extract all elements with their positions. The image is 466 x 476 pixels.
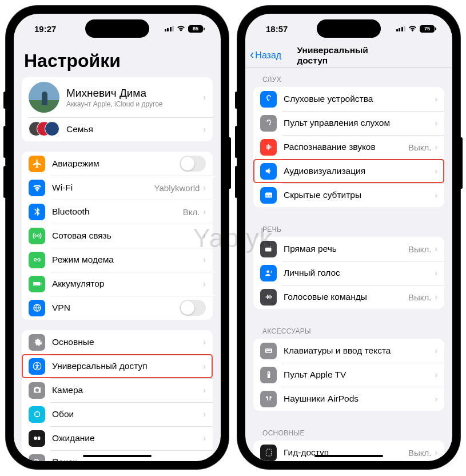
row-label: Личный голос xyxy=(284,268,435,278)
airpods-icon xyxy=(260,391,277,407)
row-label: Поиск xyxy=(52,457,203,461)
cellular-icon xyxy=(29,228,45,244)
svg-rect-21 xyxy=(266,351,271,352)
svg-point-23 xyxy=(268,372,269,374)
row-value: Выкл. xyxy=(408,448,431,458)
camera-icon xyxy=(29,382,45,399)
row-label: Голосовые команды xyxy=(284,292,408,302)
voice-commands-row[interactable]: Голосовые команды Выкл. › xyxy=(253,285,444,309)
row-value: Вкл. xyxy=(183,207,200,217)
accessibility-icon xyxy=(29,358,45,375)
svg-rect-12 xyxy=(266,196,268,197)
row-label: Аккумулятор xyxy=(52,279,203,289)
wifi-icon xyxy=(408,25,417,33)
keyboard-icon xyxy=(260,343,277,359)
svg-rect-24 xyxy=(266,449,271,456)
subtitles-row[interactable]: Скрытые субтитры › xyxy=(253,183,444,207)
phone-side-button xyxy=(3,166,6,198)
chevron-icon: › xyxy=(435,142,437,152)
row-label: Авиарежим xyxy=(52,158,180,169)
airpods-row[interactable]: Наушники AirPods › xyxy=(253,387,444,411)
accessibility-row[interactable]: Универсальный доступ › xyxy=(22,354,213,378)
personal-voice-row[interactable]: Личный голос › xyxy=(253,261,444,285)
keyboards-row[interactable]: Клавиатуры и ввод текста › xyxy=(253,339,444,363)
svg-rect-19 xyxy=(269,350,270,351)
battery-row[interactable]: Аккумулятор › xyxy=(22,272,213,296)
signal-icon xyxy=(165,26,174,31)
row-label: Основные xyxy=(52,337,203,347)
row-label: Пульт управления слухом xyxy=(284,118,435,128)
row-value: Yablykworld xyxy=(154,183,200,193)
home-indicator[interactable] xyxy=(314,455,383,457)
chevron-icon: › xyxy=(203,231,206,240)
chevron-icon: › xyxy=(435,118,437,128)
guided-access-row[interactable]: Гид-доступ Выкл. › xyxy=(253,441,444,461)
family-row[interactable]: Семья › xyxy=(22,117,213,141)
bluetooth-row[interactable]: Bluetooth Вкл. › xyxy=(22,200,213,224)
live-speech-row[interactable]: Прямая речь Выкл. › xyxy=(253,237,444,261)
camera-row[interactable]: Камера › xyxy=(22,378,213,402)
svg-rect-20 xyxy=(270,350,271,351)
row-value: Выкл. xyxy=(408,142,431,152)
phone-side-button xyxy=(235,166,238,198)
svg-point-15 xyxy=(266,271,269,273)
row-label: Режим модема xyxy=(52,255,203,265)
chevron-left-icon: ‹ xyxy=(250,47,254,62)
svg-rect-18 xyxy=(267,350,268,351)
back-button[interactable]: ‹ Назад xyxy=(250,49,281,62)
chevron-icon: › xyxy=(435,166,437,176)
dynamic-island xyxy=(85,19,149,38)
audio-visual-row[interactable]: Аудиовизуализация › xyxy=(253,159,444,183)
hearing-devices-row[interactable]: Слуховые устройства › xyxy=(253,87,444,111)
svg-rect-16 xyxy=(265,348,272,353)
wallpaper-row[interactable]: Обои › xyxy=(22,402,213,426)
cellular-row[interactable]: Сотовая связь › xyxy=(22,224,213,248)
chevron-icon: › xyxy=(203,362,206,371)
profile-subtitle: Аккаунт Apple, iCloud и другое xyxy=(66,100,203,108)
airplane-toggle[interactable] xyxy=(180,156,206,172)
row-label: Слуховые устройства xyxy=(284,94,435,104)
row-label: Наушники AirPods xyxy=(284,394,435,404)
vpn-icon xyxy=(29,300,45,316)
profile-row[interactable]: Михневич Дима Аккаунт Apple, iCloud и др… xyxy=(22,77,213,117)
phone-right: 18:57 75 ‹ Назад Универсальный доступ xyxy=(237,6,460,469)
speaker-icon xyxy=(260,163,277,180)
svg-point-5 xyxy=(39,414,40,415)
chevron-icon: › xyxy=(435,394,437,403)
hearing-control-row[interactable]: Пульт управления слухом › xyxy=(253,111,444,135)
row-value: Выкл. xyxy=(408,292,431,302)
hotspot-row[interactable]: Режим модема › xyxy=(22,248,213,272)
row-label: Прямая речь xyxy=(284,244,408,254)
wifi-row[interactable]: Wi-Fi Yablykworld › xyxy=(22,176,213,200)
airplane-icon xyxy=(29,156,45,172)
general-row[interactable]: Основные › xyxy=(22,330,213,354)
svg-rect-11 xyxy=(265,193,272,198)
chevron-icon: › xyxy=(435,370,437,379)
row-label: Камера xyxy=(52,385,203,395)
chevron-icon: › xyxy=(203,125,206,134)
chevron-icon: › xyxy=(435,244,437,253)
chevron-icon: › xyxy=(435,292,437,302)
standby-row[interactable]: Ожидание › xyxy=(22,426,213,450)
dynamic-island xyxy=(317,19,381,38)
chevron-icon: › xyxy=(435,94,437,104)
chevron-icon: › xyxy=(435,268,437,277)
battery-icon: 85 xyxy=(188,25,205,33)
status-time: 18:57 xyxy=(266,24,288,34)
family-avatars-icon xyxy=(29,121,63,137)
svg-point-7 xyxy=(34,414,35,415)
guided-access-icon xyxy=(260,445,277,461)
vpn-row[interactable]: VPN xyxy=(22,296,213,320)
vpn-toggle[interactable] xyxy=(180,300,206,316)
airplane-mode-row[interactable]: Авиарежим xyxy=(22,152,213,176)
hotspot-icon xyxy=(29,252,45,268)
svg-rect-13 xyxy=(269,196,271,197)
wifi-icon xyxy=(29,180,45,196)
remote-icon xyxy=(260,367,277,383)
home-indicator[interactable] xyxy=(83,455,152,457)
status-time: 19:27 xyxy=(34,24,56,34)
apple-tv-remote-row[interactable]: Пульт Apple TV › xyxy=(253,363,444,387)
page-title: Настройки xyxy=(14,43,221,77)
bluetooth-icon xyxy=(29,204,45,220)
sound-recognition-row[interactable]: Распознавание звуков Выкл. › xyxy=(253,135,444,159)
